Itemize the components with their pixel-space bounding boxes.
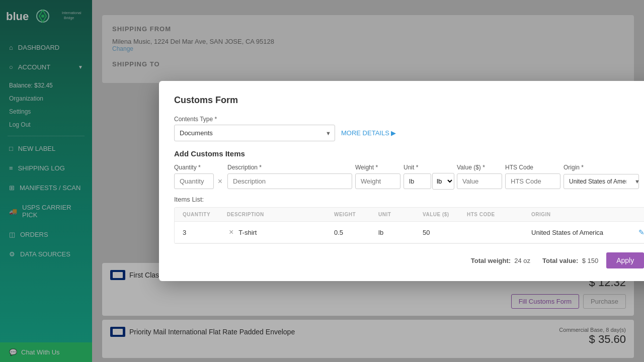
row-edit-button[interactable]: ✎ xyxy=(638,228,644,237)
modal-title: Customs Form xyxy=(174,95,644,106)
row-unit: lb xyxy=(378,229,419,236)
row-action-buttons: ✎ 🗑 xyxy=(638,228,644,237)
description-input[interactable] xyxy=(227,173,352,189)
value-input[interactable] xyxy=(457,173,502,189)
row-quantity: 3 xyxy=(183,229,223,236)
row-description-cell: × T-shirt xyxy=(227,227,330,238)
modal-footer: Total weight: 24 oz Total value: $ 150 A… xyxy=(174,252,644,269)
col-origin-label: Origin * xyxy=(564,164,644,171)
total-weight-display: Total weight: 24 oz xyxy=(471,257,530,264)
col-value-label: Value ($) * xyxy=(457,164,502,171)
totals-display: Total weight: 24 oz Total value: $ 150 xyxy=(471,257,598,264)
items-list-title: Items List: xyxy=(174,196,644,203)
th-origin: ORIGIN xyxy=(531,212,634,217)
unit-text-input[interactable] xyxy=(404,173,431,189)
col-weight-label: Weight * xyxy=(355,164,400,171)
th-weight: WEIGHT xyxy=(334,212,374,217)
contents-type-label: Contents Type * xyxy=(174,116,644,123)
more-details-label: MORE DETAILS xyxy=(341,129,389,137)
quantity-input[interactable] xyxy=(174,173,214,189)
th-unit: UNIT xyxy=(378,212,419,217)
contents-type-section: Contents Type * Documents Gift Merchandi… xyxy=(174,116,644,141)
row-description: T-shirt xyxy=(238,229,257,236)
total-weight-label: Total weight: xyxy=(471,257,511,264)
quantity-clear-button[interactable]: × xyxy=(216,176,224,187)
row-value: 50 xyxy=(423,229,463,236)
row-origin: United States of America xyxy=(531,229,634,236)
th-hts-code: HTS CODE xyxy=(467,212,527,217)
origin-select[interactable]: United States of America Canada Mexico xyxy=(564,174,639,189)
th-actions xyxy=(638,212,644,217)
col-quantity-label: Quantity * xyxy=(174,164,224,171)
apply-button[interactable]: Apply xyxy=(606,252,644,268)
quantity-input-wrapper: × xyxy=(174,173,224,189)
table-row: 3 × T-shirt 0.5 lb 50 United States of A… xyxy=(175,222,644,243)
add-customs-title: Add Customs Items xyxy=(174,149,644,158)
th-quantity: QUANTITY xyxy=(183,212,223,217)
row-weight: 0.5 xyxy=(334,229,374,236)
customs-form-modal: Customs Form Contents Type * Documents G… xyxy=(159,81,644,281)
th-value: VALUE ($) xyxy=(423,212,463,217)
chevron-right-icon: ▶ xyxy=(391,129,396,137)
contents-type-wrapper: Documents Gift Merchandise Other Returne… xyxy=(174,125,335,141)
col-hts-label: HTS Code xyxy=(505,164,560,171)
contents-type-row: Documents Gift Merchandise Other Returne… xyxy=(174,125,644,141)
items-list-section: Items List: QUANTITY DESCRIPTION WEIGHT … xyxy=(174,196,644,244)
weight-input[interactable] xyxy=(355,173,400,189)
more-details-button[interactable]: MORE DETAILS ▶ xyxy=(341,129,396,137)
contents-type-select[interactable]: Documents Gift Merchandise Other Returne… xyxy=(174,125,335,141)
origin-select-wrapper: United States of America Canada Mexico ▼ xyxy=(564,174,644,189)
unit-select[interactable]: lbozkgg xyxy=(432,173,454,190)
items-list-table: QUANTITY DESCRIPTION WEIGHT UNIT VALUE (… xyxy=(174,207,644,244)
table-header: QUANTITY DESCRIPTION WEIGHT UNIT VALUE (… xyxy=(175,208,644,222)
hts-code-input[interactable] xyxy=(505,173,560,189)
col-description-label: Description * xyxy=(227,164,352,171)
th-description: DESCRIPTION xyxy=(227,212,330,217)
total-weight-value: 24 oz xyxy=(514,257,530,264)
total-value-value: $ 150 xyxy=(582,257,599,264)
row-remove-button[interactable]: × xyxy=(227,227,235,238)
total-value-label: Total value: xyxy=(542,257,578,264)
unit-input-wrapper: lbozkgg xyxy=(404,173,454,190)
col-unit-label: Unit * xyxy=(404,164,454,171)
total-value-display: Total value: $ 150 xyxy=(542,257,598,264)
